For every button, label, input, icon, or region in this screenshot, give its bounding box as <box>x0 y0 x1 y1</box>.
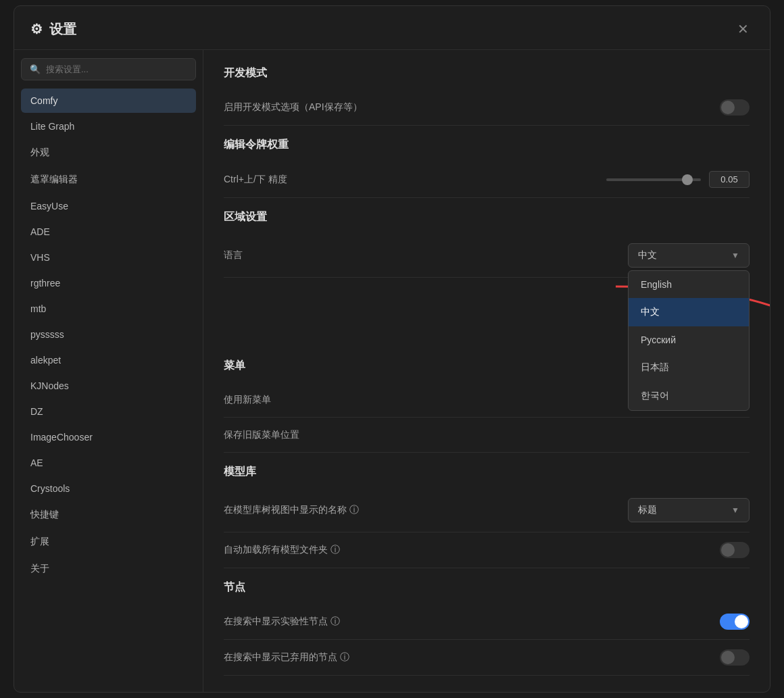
toggle-deprecated[interactable] <box>720 649 750 666</box>
sidebar-item-kjnodes[interactable]: KJNodes <box>21 374 196 398</box>
sidebar-item-dz[interactable]: DZ <box>21 399 196 424</box>
setting-label-displayname: 在模型库树视图中显示的名称 ⓘ <box>224 504 359 516</box>
modellibrary-dropdown-value: 标题 <box>638 504 657 516</box>
toggle-devmode[interactable] <box>720 99 750 116</box>
sidebar-item-crystools[interactable]: Crystools <box>21 476 196 501</box>
modal-title-text: 设置 <box>49 20 76 39</box>
sidebar-item-mask-editor[interactable]: 遮罩编辑器 <box>21 167 196 193</box>
modellibrary-dropdown-button[interactable]: 标题 ▼ <box>628 498 750 522</box>
search-input[interactable] <box>46 64 187 74</box>
search-icon: 🔍 <box>30 64 41 74</box>
setting-label-experimental: 在搜索中显示实验性节点 ⓘ <box>224 616 340 628</box>
modal-body: 🔍 Comfy Lite Graph 外观 遮罩编辑器 EasyUse ADE … <box>14 50 770 692</box>
toggle-autoload[interactable] <box>720 542 750 558</box>
close-button[interactable]: ✕ <box>732 18 754 40</box>
language-dropdown-value: 中文 <box>638 249 657 261</box>
sidebar-item-ae[interactable]: AE <box>21 451 196 475</box>
setting-row-autoload: 自动加载所有模型文件夹 ⓘ <box>224 532 750 568</box>
setting-label-devmode: 启用开发模式选项（API保存等） <box>224 101 362 114</box>
setting-row-devmode: 启用开发模式选项（API保存等） <box>224 90 750 126</box>
setting-row-experimental: 在搜索中显示实验性节点 ⓘ <box>224 604 750 640</box>
setting-label-deprecated: 在搜索中显示已弃用的节点 ⓘ <box>224 651 349 664</box>
setting-row-deprecated: 在搜索中显示已弃用的节点 ⓘ <box>224 640 750 676</box>
section-title-devmode: 开发模式 <box>224 66 750 80</box>
settings-modal: ⚙ 设置 ✕ 🔍 Comfy Lite Graph 外观 遮罩编辑器 EasyU… <box>14 5 770 693</box>
slider-thumb[interactable] <box>682 174 693 185</box>
sidebar: 🔍 Comfy Lite Graph 外观 遮罩编辑器 EasyUse ADE … <box>14 50 203 692</box>
chevron-down-icon-2: ▼ <box>731 505 739 515</box>
section-title-modellibrary: 模型库 <box>224 465 750 479</box>
language-dropdown-menu: English 中文 Русский 日本語 한국어 <box>628 270 750 411</box>
sidebar-item-pysssss[interactable]: pysssss <box>21 322 196 347</box>
sidebar-item-shortcuts[interactable]: 快捷键 <box>21 502 196 528</box>
language-dropdown-button[interactable]: 中文 ▼ <box>628 243 750 268</box>
language-option-english[interactable]: English <box>629 271 749 298</box>
sidebar-item-rgthree[interactable]: rgthree <box>21 271 196 295</box>
modellibrary-dropdown-wrapper: 标题 ▼ <box>628 498 750 522</box>
setting-row-oldmenu: 保存旧版菜单位置 <box>224 418 750 453</box>
search-box[interactable]: 🔍 <box>21 58 196 80</box>
sidebar-item-litegraph[interactable]: Lite Graph <box>21 114 196 139</box>
sidebar-item-appearance[interactable]: 外观 <box>21 140 196 166</box>
setting-label-autoload: 自动加载所有模型文件夹 ⓘ <box>224 544 340 556</box>
section-title-editor: 编辑令牌权重 <box>224 138 750 152</box>
section-title-locale: 区域设置 <box>224 210 750 224</box>
language-dropdown-wrapper: 中文 ▼ English 中文 Русский 日本語 한국어 <box>628 243 750 268</box>
main-content: 开发模式 启用开发模式选项（API保存等） 编辑令牌权重 Ctrl+上/下 精度… <box>203 50 770 692</box>
sidebar-item-about[interactable]: 关于 <box>21 556 196 582</box>
slider-track[interactable] <box>606 178 701 181</box>
sidebar-item-imagechooser[interactable]: ImageChooser <box>21 425 196 449</box>
setting-label-precision: Ctrl+上/下 精度 <box>224 174 287 186</box>
sidebar-item-extensions[interactable]: 扩展 <box>21 529 196 555</box>
sidebar-item-alekpet[interactable]: alekpet <box>21 348 196 372</box>
setting-row-displayname: 在模型库树视图中显示的名称 ⓘ 标题 ▼ <box>224 489 750 532</box>
modal-header: ⚙ 设置 ✕ <box>14 6 770 50</box>
section-title-nodes: 节点 <box>224 580 750 595</box>
chevron-down-icon: ▼ <box>731 251 739 260</box>
gear-icon: ⚙ <box>30 21 43 37</box>
sidebar-item-ade[interactable]: ADE <box>21 220 196 244</box>
setting-row-language: 语言 中文 ▼ English 中文 Русский 日本語 한국어 <box>224 234 750 278</box>
setting-label-oldmenu: 保存旧版菜单位置 <box>224 429 299 441</box>
setting-label-newmenu: 使用新菜单 <box>224 394 271 406</box>
toggle-experimental[interactable] <box>720 614 750 630</box>
sidebar-item-comfy[interactable]: Comfy <box>21 89 196 113</box>
language-option-russian[interactable]: Русский <box>629 326 749 353</box>
sidebar-item-mtb[interactable]: mtb <box>21 297 196 321</box>
sidebar-item-vhs[interactable]: VHS <box>21 245 196 270</box>
language-option-japanese[interactable]: 日本語 <box>629 353 749 382</box>
setting-label-language: 语言 <box>224 249 243 261</box>
slider-container: 0.05 <box>606 171 750 188</box>
setting-row-precision: Ctrl+上/下 精度 0.05 <box>224 161 750 198</box>
slider-value: 0.05 <box>709 171 750 188</box>
modal-title: ⚙ 设置 <box>30 20 76 39</box>
language-option-chinese[interactable]: 中文 <box>629 298 749 326</box>
language-option-korean[interactable]: 한국어 <box>629 382 749 410</box>
sidebar-item-easyuse[interactable]: EasyUse <box>21 194 196 218</box>
